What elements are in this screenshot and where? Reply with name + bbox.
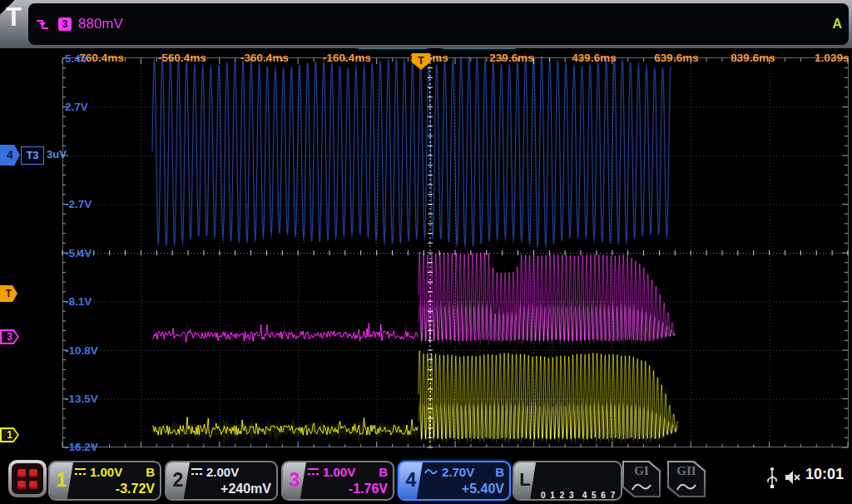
channel2-number: 2: [166, 462, 190, 499]
ch3-scale: 1.00V: [323, 465, 355, 479]
dc-coupling-icon: [308, 468, 319, 475]
channel4-number: 4: [399, 462, 423, 499]
clock: 10:01: [805, 466, 844, 483]
trigger-level-value: 880mV: [78, 16, 123, 32]
ac-coupling-icon: [424, 467, 438, 476]
voltage-label: -2.7V: [65, 198, 92, 210]
trigger-box[interactable]: T 3 880mV A: [0, 73, 158, 110]
t-label: T: [6, 2, 22, 32]
menu-grid-icon: [12, 463, 43, 494]
ch2-offset: +240mV: [220, 482, 271, 497]
time-label: -560.4ms: [158, 52, 206, 64]
ch4-offset: +5.40V: [462, 482, 504, 497]
ch1-position-marker[interactable]: 1: [0, 427, 19, 442]
logic-channel-numbers: 0 1 2 3 4 5 6 7 8 9 1011 12131415: [536, 462, 622, 499]
voltage-label: -5.4V: [65, 247, 92, 259]
logic-label: L: [514, 462, 536, 499]
ch3-position-marker[interactable]: 3: [0, 329, 19, 344]
time-label: -360.4ms: [240, 52, 289, 64]
sine-wave-icon: [632, 481, 651, 492]
logic-channels-box[interactable]: L 0 1 2 3 4 5 6 7 8 9 1011 12131415: [513, 461, 622, 501]
ch1-scale: 1.00V: [90, 465, 122, 479]
generator2-label: GII: [667, 464, 706, 478]
oscilloscope-screen: -760.4ms-560.4ms-360.4ms-160.4ms39.6ms23…: [0, 0, 852, 504]
trigger-slope-icon: [35, 17, 50, 32]
trigger-level-marker[interactable]: T: [0, 285, 17, 302]
ch4-bandwidth-flag: B: [495, 465, 504, 479]
channel1-status-box[interactable]: 1 1.00V B -3.72V: [48, 461, 161, 501]
trigger-mode: A: [832, 17, 842, 32]
ch4-offset-value: 3uV: [47, 148, 67, 161]
channel3-number: 3: [283, 462, 306, 499]
ch1-offset: -3.72V: [116, 482, 155, 497]
time-label: 439.6ms: [572, 52, 616, 64]
dc-coupling-icon: [75, 468, 86, 475]
time-label: -160.4ms: [323, 52, 371, 64]
channel4-status-box-selected[interactable]: 4 2.70V B +5.40V: [398, 461, 511, 501]
time-label: 639.6ms: [654, 52, 698, 64]
marker-label: 4: [0, 145, 20, 166]
voltage-label: -10.8V: [65, 344, 98, 357]
marker-label: 1: [0, 427, 19, 442]
channel2-status-box[interactable]: 2 2.00V +240mV: [165, 461, 278, 501]
voltage-label: -16.2V: [65, 441, 98, 453]
generator2-button[interactable]: GII: [667, 461, 706, 497]
trigger-source-badge: 3: [58, 17, 72, 31]
logic-row1: 0 1 2 3 4 5 6 7: [541, 490, 622, 501]
time-label: 1.039s: [815, 52, 849, 64]
generator1-label: GI: [622, 464, 661, 478]
voltage-label: -8.1V: [65, 295, 92, 308]
voltage-label: -13.5V: [65, 393, 98, 405]
channel1-number: 1: [50, 462, 73, 499]
time-label: 839.6ms: [731, 52, 775, 64]
ch1-bandwidth-flag: B: [146, 465, 155, 479]
marker-label: T: [0, 285, 17, 302]
trigger-info-panel: 3 880mV A: [28, 3, 849, 45]
menu-button[interactable]: [8, 460, 47, 497]
channel-status-bar: 1 1.00V B -3.72V 2 2.00V +240mV: [0, 456, 852, 504]
usb-icon: [766, 467, 778, 490]
ch4-offset-tag: T3: [21, 146, 44, 165]
ch3-bandwidth-flag: B: [379, 465, 388, 479]
speaker-muted-icon[interactable]: [784, 468, 802, 487]
channel3-status-box[interactable]: 3 1.00V B -1.76V: [281, 461, 394, 501]
ch4-scale: 2.70V: [442, 465, 474, 479]
time-label: 239.6ms: [489, 52, 533, 64]
ch4-position-marker[interactable]: 4: [0, 145, 20, 166]
ch2-scale: 2.00V: [206, 465, 239, 479]
sine-wave-icon: [676, 481, 696, 492]
ch3-offset: -1.76V: [349, 482, 388, 497]
header-bar: RIGOL STOP H 200ms 20MSa/s 25Mpts Measur…: [0, 0, 852, 48]
marker-label: 3: [0, 329, 19, 344]
generator1-button[interactable]: GI: [622, 461, 661, 497]
dc-coupling-icon: [191, 468, 202, 475]
